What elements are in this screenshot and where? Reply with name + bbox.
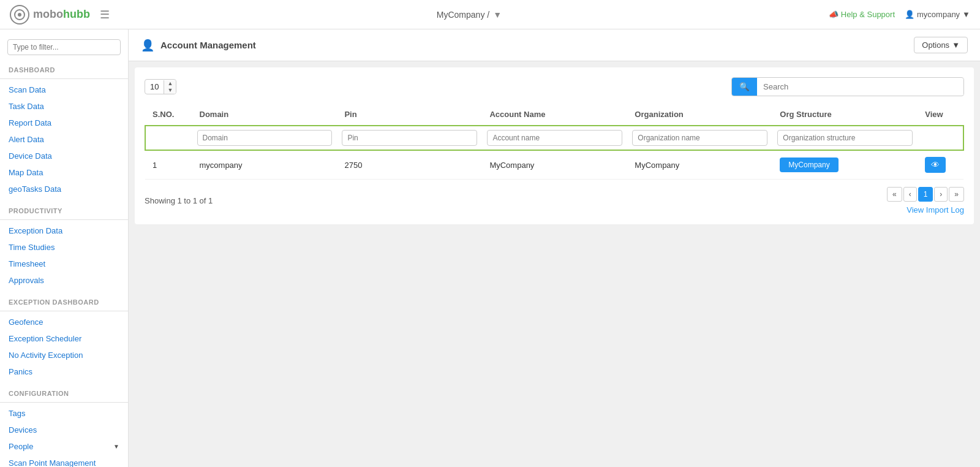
search-button[interactable]: 🔍 <box>732 78 757 96</box>
cell-organization: MyCompany <box>627 150 772 180</box>
page-header: 👤 Account Management Options ▼ <box>129 29 980 61</box>
cell-account-name: MyCompany <box>482 150 627 180</box>
main-layout: DASHBOARD Scan Data Task Data Report Dat… <box>0 29 980 467</box>
divider-exception-dashboard <box>0 311 128 311</box>
sidebar-item-map-data[interactable]: Map Data <box>0 164 128 181</box>
sidebar-item-scan-data[interactable]: Scan Data <box>0 82 128 98</box>
filter-org-structure-input[interactable] <box>777 130 913 146</box>
per-page-select[interactable]: 10 ▲ ▼ <box>145 79 176 94</box>
col-pin: Pin <box>337 104 482 126</box>
hamburger-menu[interactable]: ☰ <box>100 8 110 21</box>
sidebar-item-no-activity[interactable]: No Activity Exception <box>0 347 128 363</box>
view-import-log-link[interactable]: View Import Log <box>907 205 964 215</box>
org-structure-button[interactable]: MyCompany <box>780 158 838 172</box>
sidebar-item-alert-data[interactable]: Alert Data <box>0 131 128 148</box>
sidebar-item-exception-data[interactable]: Exception Data <box>0 222 128 239</box>
help-support-link[interactable]: 📣 Help & Support <box>829 10 895 19</box>
sidebar-item-people[interactable]: People ▼ <box>0 438 128 455</box>
people-expand-icon: ▼ <box>113 443 119 450</box>
per-page-up[interactable]: ▲ <box>164 80 176 87</box>
options-label: Options <box>922 40 949 50</box>
search-input[interactable] <box>757 78 963 95</box>
content-area: 👤 Account Management Options ▼ 10 ▲ ▼ <box>129 29 980 467</box>
col-domain: Domain <box>192 104 337 126</box>
sidebar-item-device-data[interactable]: Device Data <box>0 148 128 164</box>
sidebar-filter-container <box>0 34 128 60</box>
table-container: 10 ▲ ▼ 🔍 S.NO. <box>135 67 974 224</box>
search-box: 🔍 <box>731 77 964 96</box>
page-header-left: 👤 Account Management <box>141 39 256 52</box>
sidebar-section-dashboard: DASHBOARD <box>0 60 128 76</box>
user-dropdown-icon: ▼ <box>962 10 970 19</box>
cell-org-structure: MyCompany <box>772 150 918 180</box>
filter-pin-input[interactable] <box>342 130 477 146</box>
table-body: 1 mycompany 2750 MyCompany MyCompany MyC… <box>145 126 963 180</box>
page-title: Account Management <box>160 40 256 50</box>
filter-sno-cell <box>145 126 192 150</box>
view-eye-button[interactable]: 👁 <box>925 157 946 173</box>
sidebar-section-productivity: PRODUCTIVITY <box>0 201 128 217</box>
options-chevron-icon: ▼ <box>952 40 960 50</box>
filter-org-structure-cell <box>772 126 918 150</box>
filter-pin-cell <box>337 126 482 150</box>
sidebar-item-time-studies[interactable]: Time Studies <box>0 239 128 256</box>
sidebar-item-task-data[interactable]: Task Data <box>0 98 128 115</box>
options-button[interactable]: Options ▼ <box>914 37 968 53</box>
filter-org-name-cell <box>627 126 772 150</box>
col-account-name: Account Name <box>482 104 627 126</box>
col-view: View <box>918 104 963 126</box>
sidebar-item-geofence[interactable]: Geofence <box>0 314 128 330</box>
svg-point-1 <box>18 13 21 17</box>
cell-sno: 1 <box>145 150 192 180</box>
page-prev[interactable]: ‹ <box>903 187 917 202</box>
page-1[interactable]: 1 <box>918 187 933 202</box>
account-management-icon: 👤 <box>141 39 154 52</box>
page-last[interactable]: » <box>949 187 964 202</box>
filter-account-name-cell <box>482 126 627 150</box>
cell-view: 👁 <box>918 150 963 180</box>
col-sno: S.NO. <box>145 104 192 126</box>
per-page-arrows: ▲ ▼ <box>164 80 176 94</box>
table-footer: Showing 1 to 1 of 1 « ‹ 1 › » View Impor… <box>145 187 964 215</box>
divider-dashboard <box>0 78 128 79</box>
col-organization: Organization <box>627 104 772 126</box>
filter-domain-cell <box>192 126 337 150</box>
sidebar-item-exception-scheduler[interactable]: Exception Scheduler <box>0 330 128 347</box>
company-name: MyCompany / <box>437 10 489 20</box>
accounts-table: S.NO. Domain Pin Account Name Organizati… <box>145 104 964 180</box>
sidebar-item-devices[interactable]: Devices <box>0 422 128 438</box>
sidebar-section-exception-dashboard: EXCEPTION DASHBOARD <box>0 292 128 308</box>
col-org-structure: Org Structure <box>772 104 918 126</box>
showing-text: Showing 1 to 1 of 1 <box>145 196 213 205</box>
divider-productivity <box>0 219 128 220</box>
sidebar-item-approvals[interactable]: Approvals <box>0 272 128 289</box>
logo-text: mobohubb <box>33 8 90 21</box>
page-next[interactable]: › <box>934 187 948 202</box>
logo: mobohubb <box>10 5 90 25</box>
user-menu[interactable]: 👤 mycompany ▼ <box>905 10 970 19</box>
per-page-value: 10 <box>145 80 164 94</box>
sidebar-item-timesheet[interactable]: Timesheet <box>0 256 128 272</box>
navbar: mobohubb ☰ MyCompany / ▼ 📣 Help & Suppor… <box>0 0 980 29</box>
cell-domain: mycompany <box>192 150 337 180</box>
company-dropdown-icon[interactable]: ▼ <box>493 10 502 20</box>
table-row: 1 mycompany 2750 MyCompany MyCompany MyC… <box>145 150 963 180</box>
megaphone-icon: 📣 <box>829 10 839 19</box>
per-page-down[interactable]: ▼ <box>164 87 176 94</box>
sidebar-item-panics[interactable]: Panics <box>0 363 128 380</box>
filter-org-name-input[interactable] <box>632 130 767 146</box>
pagination: « ‹ 1 › » <box>887 187 964 202</box>
filter-row <box>145 126 963 150</box>
table-header: S.NO. Domain Pin Account Name Organizati… <box>145 104 963 126</box>
filter-domain-input[interactable] <box>197 130 333 146</box>
sidebar-item-tags[interactable]: Tags <box>0 405 128 422</box>
sidebar-item-geotasks-data[interactable]: geoTasks Data <box>0 181 128 197</box>
navbar-center: MyCompany / ▼ <box>437 10 502 20</box>
page-first[interactable]: « <box>887 187 902 202</box>
sidebar-filter-input[interactable] <box>7 39 121 55</box>
filter-account-name-input[interactable] <box>487 130 622 146</box>
sidebar-item-scan-point[interactable]: Scan Point Management <box>0 455 128 467</box>
sidebar-item-report-data[interactable]: Report Data <box>0 115 128 131</box>
help-support-label: Help & Support <box>841 10 895 19</box>
footer-right: « ‹ 1 › » View Import Log <box>887 187 964 215</box>
